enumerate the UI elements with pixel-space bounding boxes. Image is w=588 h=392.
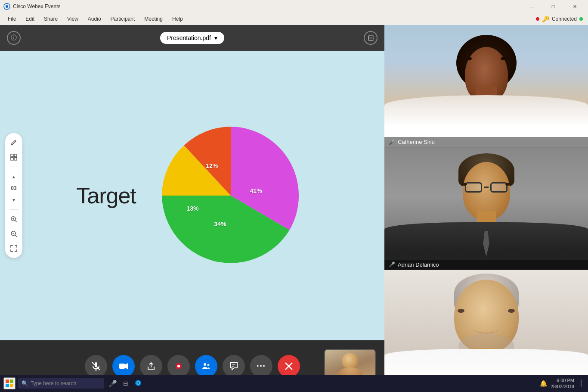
page-up-button[interactable]: ▲: [8, 171, 20, 183]
windows-logo: [6, 380, 13, 387]
menu-participant[interactable]: Participant: [106, 14, 139, 24]
mute-button[interactable]: [85, 355, 107, 377]
chat-icon: [229, 361, 238, 371]
zoom-out-button[interactable]: [8, 228, 20, 240]
minimize-button[interactable]: —: [522, 0, 542, 13]
menu-edit[interactable]: Edit: [21, 14, 39, 24]
menu-file[interactable]: File: [3, 14, 20, 24]
fit-icon: [10, 245, 18, 252]
menu-audio[interactable]: Audio: [84, 14, 105, 24]
lock-icon: 🔑: [542, 16, 549, 22]
video-button[interactable]: [112, 355, 135, 377]
presentation-filename: Presentation.pdf: [167, 34, 211, 41]
share-icon: [146, 361, 156, 371]
share-button[interactable]: [140, 355, 162, 377]
participant-1-name: Catherine Sinu: [398, 139, 435, 145]
tool-divider-2: [9, 209, 18, 210]
svg-point-22: [204, 363, 206, 366]
start-button[interactable]: [3, 377, 15, 389]
grid-icon: [10, 153, 18, 161]
page-down-button[interactable]: ▼: [8, 194, 20, 206]
slide-inner: Target: [0, 109, 384, 282]
maximize-button[interactable]: □: [543, 0, 563, 13]
show-desktop-divider: [581, 380, 582, 387]
draw-icon: [10, 139, 18, 146]
left-panel: ⓘ Presentation.pdf ▾ ⊟: [0, 25, 384, 392]
svg-rect-29: [10, 380, 13, 383]
participant-2-mic-icon: 🎤: [389, 261, 395, 268]
tool-divider: [9, 167, 18, 167]
title-bar-left: Cisco Webex Events: [3, 3, 61, 10]
dropdown-icon: ▾: [214, 34, 217, 41]
chat-button[interactable]: [223, 355, 245, 377]
svg-line-9: [15, 221, 17, 222]
layout-button[interactable]: ⊟: [364, 31, 378, 45]
record-button[interactable]: [167, 355, 190, 377]
notification-button[interactable]: 🔔: [540, 380, 547, 387]
participant-card-3: 🎤 David Liam: [384, 270, 588, 392]
app-title: Cisco Webex Events: [13, 3, 61, 9]
participants-button[interactable]: [195, 355, 217, 377]
menu-share[interactable]: Share: [40, 14, 62, 24]
svg-point-34: [137, 382, 139, 384]
menu-view[interactable]: View: [63, 14, 83, 24]
participants-icon: [201, 361, 211, 371]
svg-point-23: [207, 364, 209, 366]
taskbar-mic-button[interactable]: 🎤: [107, 380, 119, 388]
search-icon: 🔍: [22, 380, 28, 386]
zoom-out-icon: [10, 230, 18, 238]
svg-rect-17: [119, 364, 125, 369]
svg-point-21: [177, 365, 180, 367]
participant-1-name-bar: 🎤 Catherine Sinu: [384, 137, 588, 147]
pie-chart-svg: [162, 127, 300, 264]
slide-tools: ▲ 03 ▼: [5, 133, 22, 258]
search-box[interactable]: 🔍 Type here to search: [18, 378, 104, 389]
menu-bar: File Edit Share View Audio Participant M…: [2, 13, 189, 25]
edge-button[interactable]: [133, 379, 144, 388]
draw-tool-button[interactable]: [8, 137, 20, 149]
svg-rect-4: [11, 158, 13, 160]
participant-2-name: Adrian Delamico: [398, 261, 439, 268]
svg-rect-30: [6, 384, 9, 387]
record-dot: [536, 17, 539, 21]
slide-content: Target: [0, 51, 384, 340]
video-icon: [119, 361, 128, 371]
slide-area: ▲ 03 ▼: [0, 51, 384, 340]
page-number: 03: [8, 185, 20, 191]
record-icon: [174, 361, 183, 371]
windows-taskbar: 🔍 Type here to search 🎤 ⊟ 🔔 6:00 PM 28/0…: [0, 375, 588, 392]
svg-line-12: [15, 235, 17, 237]
task-view-button[interactable]: ⊟: [121, 380, 130, 387]
svg-rect-3: [14, 154, 17, 157]
presentation-toolbar: ⓘ Presentation.pdf ▾ ⊟: [0, 25, 384, 51]
svg-point-1: [6, 5, 8, 8]
search-placeholder: Type here to search: [31, 380, 76, 386]
grid-tool-button[interactable]: [8, 151, 20, 163]
main-layout: ⓘ Presentation.pdf ▾ ⊟: [0, 25, 588, 392]
slide-title: Target: [76, 183, 136, 208]
connected-dot: [579, 17, 583, 21]
info-button[interactable]: ⓘ: [7, 31, 21, 45]
menu-meeting[interactable]: Meeting: [140, 14, 167, 24]
svg-marker-18: [125, 363, 128, 369]
presentation-title-button[interactable]: Presentation.pdf ▾: [160, 32, 224, 44]
participant-card-2: 🎤 Adrian Delamico: [384, 147, 588, 270]
zoom-in-button[interactable]: [8, 213, 20, 225]
show-desktop-button[interactable]: [578, 377, 585, 389]
title-bar-controls: — □ ✕: [522, 0, 585, 13]
time: 6:00 PM: [551, 377, 574, 383]
mute-icon: [91, 361, 101, 371]
fit-button[interactable]: [8, 243, 20, 255]
menu-help[interactable]: Help: [168, 14, 187, 24]
taskbar-right: 🔔 6:00 PM 28/02/2018: [540, 377, 585, 390]
time-display: 6:00 PM 28/02/2018: [551, 377, 574, 390]
pie-chart: 41% 34% 13% 12%: [162, 127, 300, 264]
participant-1-mic-icon: 🎤: [389, 139, 395, 145]
more-button[interactable]: ···: [250, 355, 272, 377]
connected-label: Connected: [552, 16, 577, 22]
end-call-button[interactable]: [278, 355, 300, 377]
app-logo: [3, 3, 10, 10]
close-button[interactable]: ✕: [565, 0, 585, 13]
participant-2-name-bar: 🎤 Adrian Delamico: [384, 260, 588, 270]
svg-rect-5: [14, 158, 17, 160]
